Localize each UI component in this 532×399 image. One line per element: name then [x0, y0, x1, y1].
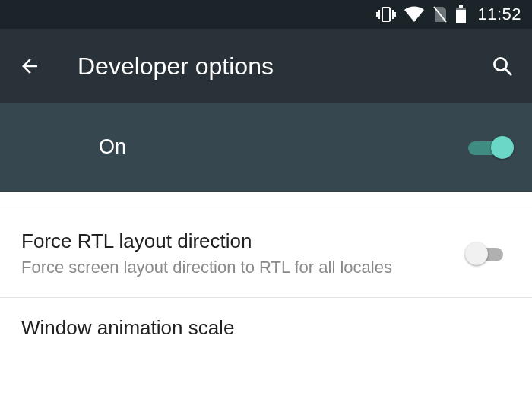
status-clock: 11:52	[477, 5, 521, 24]
setting-text: Window animation scale	[21, 316, 511, 343]
svg-rect-0	[382, 8, 390, 21]
page-title: Developer options	[49, 52, 483, 81]
search-button[interactable]	[483, 55, 514, 78]
setting-row-force-rtl[interactable]: Force RTL layout direction Force screen …	[0, 211, 532, 298]
svg-line-10	[505, 69, 511, 75]
setting-subtitle: Force screen layout direction to RTL for…	[21, 256, 453, 279]
master-toggle-label: On	[99, 135, 468, 159]
no-sim-icon	[432, 5, 448, 24]
arrow-back-icon	[18, 55, 41, 78]
setting-text: Force RTL layout direction Force screen …	[21, 230, 468, 279]
back-button[interactable]	[18, 55, 49, 78]
master-toggle-switch[interactable]	[468, 135, 511, 160]
setting-title: Force RTL layout direction	[21, 230, 453, 253]
setting-row-window-animation-scale[interactable]: Window animation scale	[0, 298, 532, 361]
battery-icon	[455, 5, 467, 24]
switch-thumb	[465, 242, 488, 265]
screen: 11:52 Developer options On Force RTL lay…	[0, 0, 532, 399]
master-toggle-row[interactable]: On	[0, 103, 532, 192]
svg-rect-6	[459, 5, 463, 8]
wifi-icon	[404, 6, 425, 23]
setting-title: Window animation scale	[21, 316, 496, 340]
search-icon	[491, 55, 514, 78]
status-bar: 11:52	[0, 0, 532, 29]
setting-switch-force-rtl[interactable]	[468, 242, 511, 266]
app-bar: Developer options	[0, 29, 532, 103]
vibrate-icon	[376, 6, 396, 23]
list-gap	[0, 192, 532, 211]
svg-rect-8	[456, 10, 466, 23]
switch-thumb	[491, 136, 514, 159]
settings-list: Force RTL layout direction Force screen …	[0, 192, 532, 399]
